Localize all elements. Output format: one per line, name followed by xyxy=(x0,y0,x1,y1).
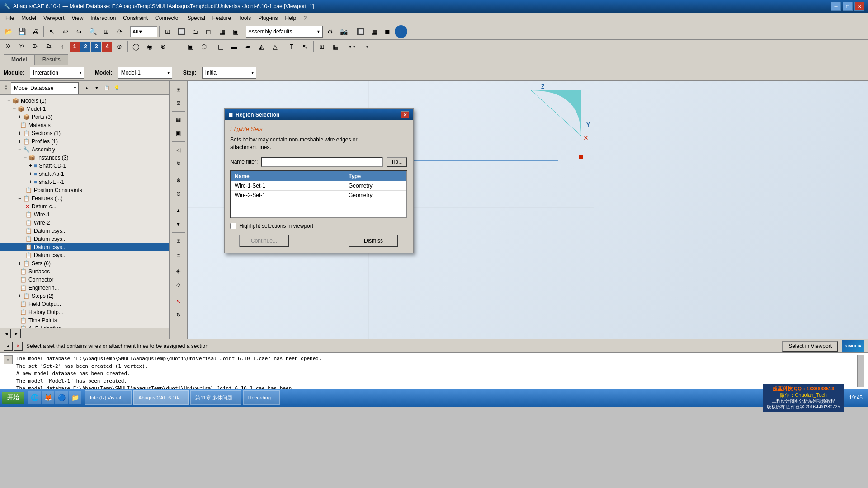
filter-dropdown[interactable]: All▼ xyxy=(130,26,157,37)
sidebar-arrow-left[interactable]: ◄ xyxy=(2,329,11,338)
taskbar-item-abaqus[interactable]: Abaqus/CAE 6.10-... xyxy=(133,390,189,405)
minimize-button[interactable]: ─ xyxy=(831,2,841,11)
tb-view1[interactable]: ◻ xyxy=(202,25,215,38)
menu-tools[interactable]: Tools xyxy=(235,14,255,22)
tb-view2[interactable]: ▦ xyxy=(216,25,228,38)
tree-item-instances[interactable]: − 📦 Instances (3) xyxy=(0,154,169,162)
strip-btn-3[interactable]: ▦ xyxy=(172,113,185,126)
step-dropdown-wrap[interactable]: Initial xyxy=(202,67,256,79)
tab-model[interactable]: Model xyxy=(4,54,35,65)
tb2-3d5[interactable]: △ xyxy=(269,40,281,53)
strip-btn-8[interactable]: ⊙ xyxy=(172,188,185,200)
model-dropdown-wrap[interactable]: Model-1 xyxy=(118,67,172,79)
tb-part[interactable]: 🔲 xyxy=(175,25,188,38)
tb-render3[interactable]: ◼ xyxy=(381,25,394,38)
tb2-misc1[interactable]: ⊷ xyxy=(346,40,359,53)
menu-model[interactable]: Model xyxy=(18,14,40,22)
tree-item-pos-constraints[interactable]: 📋 Position Constraints xyxy=(0,186,169,194)
close-button[interactable]: ✕ xyxy=(854,2,864,11)
tree-item-features[interactable]: − 📋 Features (...) xyxy=(0,194,169,202)
tree-item-datum-csys4[interactable]: 📋 Datum csys... xyxy=(0,251,169,259)
tree-item-connector[interactable]: 📋 Connector xyxy=(0,276,169,284)
menu-constraint[interactable]: Constraint xyxy=(119,14,151,22)
tb2-1[interactable]: X¹ xyxy=(2,40,14,53)
status-arrow-back[interactable]: ◄ xyxy=(4,342,13,351)
tb2-3d2[interactable]: ▬ xyxy=(228,40,241,53)
tb-zoom[interactable]: 🔍 xyxy=(86,25,99,38)
tree-item-datum-err[interactable]: ✕ Datum c... xyxy=(0,202,169,211)
sidebar-arrow-right[interactable]: ► xyxy=(12,329,21,338)
tb2-cursor[interactable]: ↖ xyxy=(299,40,311,53)
taskbar-icon-chrome[interactable]: 🔵 xyxy=(55,391,68,404)
tb-fit[interactable]: ⊞ xyxy=(100,25,113,38)
module-dropdown[interactable]: Interaction xyxy=(30,67,84,79)
tb2-square[interactable]: ▣ xyxy=(184,40,197,53)
tree-item-history-output[interactable]: 📋 History Outp... xyxy=(0,308,169,316)
tb-view3[interactable]: ▣ xyxy=(229,25,242,38)
taskbar-icon-ie[interactable]: 🌐 xyxy=(28,391,41,404)
tree-item-shaft-cd[interactable]: + ■ Shaft-CD-1 xyxy=(0,162,169,170)
menu-help[interactable]: Help xyxy=(282,14,300,22)
maximize-button[interactable]: □ xyxy=(843,2,853,11)
tb-rotate[interactable]: ⟳ xyxy=(113,25,126,38)
tb2-3[interactable]: Z¹ xyxy=(29,40,42,53)
tree-item-wire2[interactable]: 📋 Wire-2 xyxy=(0,219,169,227)
tb-cam[interactable]: 📷 xyxy=(337,25,350,38)
tb2-grid[interactable]: ⊞ xyxy=(316,40,328,53)
tb-mesh[interactable]: ⊡ xyxy=(161,25,174,38)
strip-btn-2[interactable]: ⊠ xyxy=(172,97,185,109)
tree-item-profiles[interactable]: + 📋 Profiles (1) xyxy=(0,137,169,145)
menu-question[interactable]: ? xyxy=(300,14,310,22)
tb2-circle3[interactable]: ⊗ xyxy=(157,40,170,53)
strip-btn-14[interactable]: ◇ xyxy=(172,278,185,291)
tree-item-assembly[interactable]: − 🔧 Assembly xyxy=(0,145,169,154)
strip-btn-9[interactable]: ▲ xyxy=(172,204,185,217)
menu-plugins[interactable]: Plug-ins xyxy=(255,14,281,22)
assembly-defaults-dropdown[interactable]: Assembly defaults ▼ xyxy=(246,26,323,38)
tb-select[interactable]: ↖ xyxy=(46,25,58,38)
taskbar-icon-browser[interactable]: 🦊 xyxy=(42,391,54,404)
tb-redo[interactable]: ↪ xyxy=(73,25,85,38)
tree-item-datum-csys2[interactable]: 📋 Datum csys... xyxy=(0,235,169,243)
sidebar-copy[interactable]: 📋 xyxy=(102,84,111,93)
tb-save[interactable]: 💾 xyxy=(15,25,28,38)
strip-btn-15[interactable]: ↖ xyxy=(172,295,185,308)
sidebar-dropdown-wrap[interactable]: Model Database xyxy=(11,82,79,94)
sidebar-up[interactable]: ▲ xyxy=(82,84,91,93)
taskbar-icon-folder[interactable]: 📁 xyxy=(69,391,81,404)
model-dropdown[interactable]: Model-1 xyxy=(118,67,172,79)
viewport[interactable]: U Joint Y Z Z U Joint Y Z Z Y Z Y xyxy=(188,81,868,339)
tree-item-wire1[interactable]: 📋 Wire-1 xyxy=(0,211,169,219)
tree-item-models[interactable]: − 📦 Models (1) xyxy=(0,97,169,105)
tree-item-ale[interactable]: 📋 ALE Adaptive... xyxy=(0,324,169,328)
tb-render2[interactable]: ▦ xyxy=(368,25,380,38)
btn-3[interactable]: 3 xyxy=(91,42,101,52)
tb2-hex[interactable]: ⬡ xyxy=(198,40,210,53)
strip-btn-7[interactable]: ⊕ xyxy=(172,174,185,187)
tree-item-engineering[interactable]: 📋 Engineerin... xyxy=(0,284,169,292)
tree-item-model1[interactable]: − 📦 Model-1 xyxy=(0,105,169,113)
menu-view[interactable]: View xyxy=(68,14,87,22)
tb2-3d4[interactable]: ◭ xyxy=(255,40,268,53)
table-row-wire2[interactable]: Wire-2-Set-1 Geometry xyxy=(231,191,406,200)
tree-item-field-output[interactable]: 📋 Field Outpu... xyxy=(0,300,169,308)
tb-3d[interactable]: 🗂 xyxy=(189,25,201,38)
menu-interaction[interactable]: Interaction xyxy=(87,14,119,22)
tree-item-shaft-ef[interactable]: + ■ shaft-EF-1 xyxy=(0,178,169,186)
menu-special[interactable]: Special xyxy=(184,14,208,22)
dialog-tip-button[interactable]: Tip... xyxy=(387,157,407,167)
tree-item-steps[interactable]: + 📋 Steps (2) xyxy=(0,292,169,300)
strip-btn-5[interactable]: ◁ xyxy=(172,144,185,156)
dialog-filter-input[interactable] xyxy=(261,157,382,167)
table-row-wire1[interactable]: Wire-1-Set-1 Geometry xyxy=(231,181,406,191)
tree-item-surfaces[interactable]: 📋 Surfaces xyxy=(0,267,169,276)
tb2-4[interactable]: Zz xyxy=(42,40,55,53)
taskbar-item-visual[interactable]: Intel(R) Visual ... xyxy=(85,390,132,405)
tb2-2[interactable]: Y¹ xyxy=(15,40,28,53)
dialog-close-button[interactable]: ✕ xyxy=(401,111,409,118)
strip-btn-1[interactable]: ⊞ xyxy=(172,83,185,96)
menu-file[interactable]: File xyxy=(2,14,18,22)
log-content[interactable]: The model database "E:\AbaqusTemp\SMULIA… xyxy=(16,355,854,387)
tb2-3d3[interactable]: ▰ xyxy=(241,40,254,53)
strip-btn-4[interactable]: ▣ xyxy=(172,127,185,140)
